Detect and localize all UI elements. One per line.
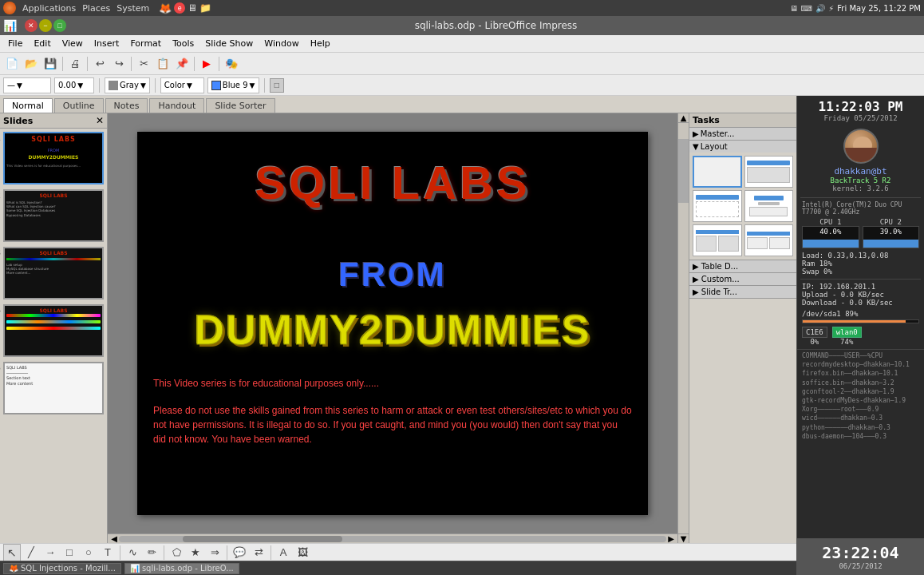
slide-thumbnail-4[interactable]: SQLI LABS — [3, 304, 104, 357]
menu-help[interactable]: Help — [306, 37, 335, 50]
slide-thumbnail-1[interactable]: SQLI LABS FROM DUMMY2DUMMIES This Video … — [3, 132, 104, 184]
rect-tool[interactable]: □ — [61, 544, 78, 561]
scroll-up-button[interactable]: ▲ — [678, 113, 689, 123]
scrollbar-track[interactable] — [119, 536, 666, 542]
slide-thumbnail-2[interactable]: SQLI LABS What is SQL Injection?What can… — [3, 189, 104, 242]
presentation-button[interactable]: 🎭 — [223, 55, 240, 73]
horizontal-scrollbar[interactable]: ◀ ▶ — [108, 533, 677, 543]
fontwork-tool[interactable]: A — [274, 544, 292, 561]
table-design-label: ▶ Table D... — [693, 262, 738, 271]
cut-button[interactable]: ✂ — [135, 55, 152, 73]
select-tool[interactable]: ↖ — [3, 544, 21, 561]
menu-file[interactable]: File — [3, 37, 27, 50]
tab-notes[interactable]: Notes — [105, 98, 148, 113]
table-design-header[interactable]: ▶ Table D... — [689, 260, 796, 272]
slide-item-1[interactable]: 1 SQLI LABS FROM DUMMY2DUMMIES This Vide… — [3, 132, 104, 184]
tab-handout[interactable]: Handout — [149, 98, 204, 113]
maximize-button[interactable]: □ — [53, 19, 66, 32]
fill-dropdown[interactable]: Color▼ — [160, 77, 204, 93]
places-menu[interactable]: Places — [82, 3, 110, 14]
system-menu[interactable]: System — [116, 3, 149, 14]
slide-transition-header[interactable]: ▶ Slide Tr... — [689, 286, 796, 298]
menu-format[interactable]: Format — [125, 37, 166, 50]
toolbar-main: 📄 📂 💾 🖨 ↩ ↪ ✂ 📋 📌 ▶ 🎭 — [0, 53, 924, 75]
c1e6-percent: 0% — [810, 338, 819, 346]
block-arrow-tool[interactable]: ⇒ — [206, 544, 223, 561]
fill-color-dropdown[interactable]: Blue 9▼ — [207, 77, 259, 93]
scroll-down-button[interactable]: ▼ — [678, 533, 689, 543]
slides-panel: Slides ✕ 1 SQLI LABS FROM — [0, 113, 108, 543]
font-size-dropdown[interactable]: —▼ — [3, 77, 51, 93]
slide-thumbnail-5[interactable]: SQLI LABS─────────Section textMore conte… — [3, 362, 104, 414]
menu-slideshow[interactable]: Slide Show — [200, 37, 258, 50]
slide-item-2[interactable]: 2 SQLI LABS What is SQL Injection?What c… — [3, 189, 104, 242]
new-button[interactable]: 📄 — [3, 55, 21, 73]
slide-item-3[interactable]: 3 SQLI LABS Lab setupMySQL database stru… — [3, 247, 104, 299]
ram-stat: Ram 18% — [802, 260, 919, 268]
layout-title-2col[interactable] — [744, 224, 794, 256]
menu-tools[interactable]: Tools — [168, 37, 199, 50]
slide-transition-section: ▶ Slide Tr... — [689, 286, 796, 299]
shadow-button[interactable]: □ — [270, 78, 284, 93]
separator — [194, 57, 195, 71]
impress-taskbar-label: sqli-labs.odp - LibreO... — [142, 564, 234, 573]
redo-button[interactable]: ↪ — [110, 55, 128, 73]
applications-menu[interactable]: Applications — [22, 3, 76, 14]
freeform-tool[interactable]: ✏ — [143, 544, 160, 561]
separator — [264, 78, 265, 93]
callout-tool[interactable]: 💬 — [231, 544, 248, 561]
undo-button[interactable]: ↩ — [91, 55, 109, 73]
taskbar-item-firefox[interactable]: 🦊 SQL Injections - Mozill... — [3, 563, 121, 574]
polygon-tool[interactable]: ⬠ — [168, 544, 185, 561]
save-button[interactable]: 💾 — [41, 55, 59, 73]
layout-two-content[interactable] — [693, 224, 742, 256]
master-pages-header[interactable]: ▶ Master... — [689, 128, 796, 140]
layout-centered[interactable] — [744, 190, 794, 222]
insert-image-tool[interactable]: 🖼 — [294, 544, 311, 561]
slide-item-5[interactable]: 5 SQLI LABS─────────Section textMore con… — [3, 362, 104, 414]
slide-thumbnail-3[interactable]: SQLI LABS Lab setupMySQL database struct… — [3, 247, 104, 299]
custom-animation-header[interactable]: ▶ Custom... — [689, 273, 796, 285]
tab-outline[interactable]: Outline — [54, 98, 104, 113]
minimize-button[interactable]: − — [39, 19, 52, 32]
layout-header[interactable]: ▼ Layout — [689, 141, 796, 153]
slide-canvas[interactable]: SQLI LABS FROM DUMMY2DUMMIES This Video … — [137, 132, 648, 515]
tab-normal[interactable]: Normal — [3, 98, 53, 113]
vertical-scrollbar[interactable]: ▲ ▼ — [677, 113, 689, 543]
menu-insert[interactable]: Insert — [89, 37, 124, 50]
vscroll-track[interactable] — [678, 123, 689, 533]
layout-title-only[interactable] — [693, 190, 742, 222]
slide-canvas-container[interactable]: SQLI LABS FROM DUMMY2DUMMIES This Video … — [108, 113, 677, 533]
slides-panel-header: Slides ✕ — [0, 113, 107, 129]
color-dropdown[interactable]: Gray▼ — [105, 77, 150, 93]
layout-blank[interactable] — [693, 156, 742, 188]
open-button[interactable]: 📂 — [22, 55, 40, 73]
scroll-left-button[interactable]: ◀ — [109, 534, 119, 543]
line-width-dropdown[interactable]: 0.00▼ — [54, 77, 94, 93]
close-button[interactable]: ✕ — [25, 19, 38, 32]
slideshow-play-button[interactable]: ▶ — [198, 55, 215, 73]
slide-item-4[interactable]: 4 SQLI LABS — [3, 304, 104, 357]
text-tool[interactable]: T — [99, 544, 116, 561]
menu-window[interactable]: Window — [259, 37, 303, 50]
menu-edit[interactable]: Edit — [29, 37, 55, 50]
menu-view[interactable]: View — [57, 37, 88, 50]
cpu1-label: CPU 1 — [802, 218, 859, 226]
copy-button[interactable]: 📋 — [154, 55, 172, 73]
vscroll-thumb[interactable] — [678, 139, 689, 203]
scrollbar-thumb[interactable] — [183, 536, 342, 542]
print-button[interactable]: 🖨 — [66, 55, 84, 73]
scroll-right-button[interactable]: ▶ — [666, 534, 676, 543]
paste-button[interactable]: 📌 — [173, 55, 191, 73]
curve-tool[interactable]: ∿ — [124, 544, 141, 561]
tab-slide-sorter[interactable]: Slide Sorter — [206, 98, 274, 113]
ellipse-tool[interactable]: ○ — [80, 544, 97, 561]
connector-tool[interactable]: ⇄ — [250, 544, 267, 561]
layout-title-content[interactable] — [744, 156, 794, 188]
line-tool[interactable]: ╱ — [22, 544, 40, 561]
taskbar-item-impress[interactable]: 📊 sqli-labs.odp - LibreO... — [124, 563, 239, 574]
arrow-tool[interactable]: → — [41, 544, 59, 561]
slides-close-icon[interactable]: ✕ — [96, 115, 104, 126]
star-tool[interactable]: ★ — [187, 544, 204, 561]
menu-bar: File Edit View Insert Format Tools Slide… — [0, 35, 924, 53]
